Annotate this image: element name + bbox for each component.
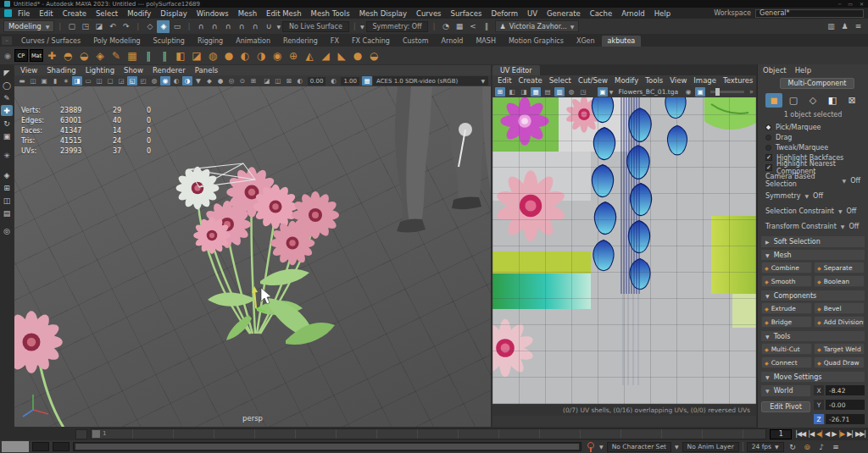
component-mode-icon[interactable]: ◇ [804,93,821,108]
selection-mode-icon[interactable]: ▭ [170,20,183,33]
time-slider-left-box[interactable] [75,429,87,439]
playback-button[interactable]: ◀| [816,430,822,438]
menu-item[interactable]: Edit Mesh [266,9,302,18]
panel-toggle-icon[interactable]: ♟ [838,20,851,33]
range-start-field[interactable] [32,442,49,451]
loop-playback-icon[interactable]: ↻ [787,441,798,452]
playback-button[interactable]: |▶ [838,430,844,438]
soft-selection-header[interactable]: ▶ Soft Selection [761,236,865,247]
texture-dropdown[interactable]: Flowers_BC_01.tga [615,88,682,96]
menu-item[interactable]: UV [527,9,537,18]
edit-pivot-button[interactable]: Edit Pivot [761,401,810,412]
radio-option[interactable]: Pick/Marquee [758,122,868,132]
uv-tool-icon[interactable]: ◍ [566,87,576,97]
uv-menu-item[interactable]: Tools [645,76,663,85]
toolkit-button[interactable]: Bevel [814,302,865,314]
corner-flower-model[interactable] [14,311,64,427]
shelf-tab[interactable]: Custom [397,36,435,47]
menu-item[interactable]: Create [63,9,86,18]
shelf-tool-icon[interactable]: ◪ [190,48,203,63]
axis-value-field[interactable]: -0.00 [826,400,865,410]
viewport-render-icon[interactable]: ◪ [262,76,272,86]
user-account-dropdown[interactable]: ♟ Victoria Zavhor... ▼ [495,20,580,32]
shelf-tool-icon[interactable]: ◓ [61,48,75,63]
viewport-toggle-icon[interactable]: ⊙ [237,76,248,86]
component-mode-icon[interactable]: ◼ [765,93,782,108]
chevron-down-icon[interactable]: ▼ [599,444,604,450]
toolbox-tool-icon[interactable]: ⊞ [1,182,13,193]
viewport-toggle-icon[interactable]: ◰ [138,76,148,86]
history-icon[interactable]: ∥ [481,20,493,33]
viewport-menu-item[interactable]: Lighting [86,66,114,75]
components-section-header[interactable]: ▼ Components [761,290,865,301]
toolbox-tool-icon[interactable]: ✎ [1,92,13,103]
shelf-tool-icon[interactable]: ◣ [335,48,348,63]
uv-tool-icon[interactable]: ◨ [519,87,529,97]
menu-item[interactable]: File [18,9,30,18]
playback-button[interactable]: |◀ [808,430,814,438]
uv-menu-item[interactable]: Modify [615,76,638,85]
toolbox-tool-icon[interactable]: ✳ [1,150,13,161]
menu-item[interactable]: Mesh Display [359,9,407,18]
panel-toggle-icon[interactable]: ≡ [852,20,865,33]
texture-image-icon[interactable]: ▣ [598,87,608,97]
viewport-toggle-icon[interactable]: ⊞ [248,76,259,86]
menu-item[interactable]: Mesh [238,9,257,18]
auto-keyframe-icon[interactable]: ⊚ [802,441,813,452]
viewport-toggle-icon[interactable]: ◑ [182,76,192,86]
panel-toggle-icon[interactable]: ▥ [825,20,837,33]
file-op-icon[interactable]: ↷ [120,20,132,33]
file-op-icon[interactable]: ▢ [65,20,78,33]
axis-value-field[interactable]: -26.71 [826,414,865,424]
menu-item[interactable]: Select [96,9,118,18]
shelf-tool-icon[interactable]: ● [351,48,364,63]
snap-magnet-icon[interactable]: ∩ [208,20,220,33]
window-control-icon[interactable]: ▭ [848,1,853,7]
shelf-tool-icon[interactable]: ● [222,48,236,63]
viewport-toggle-icon[interactable]: ▮ [50,76,60,86]
chevron-down-icon[interactable]: ▼ [276,24,281,30]
current-frame-field[interactable]: 1 [770,429,792,439]
viewport-menu-item[interactable]: Panels [195,66,218,75]
snap-magnet-icon[interactable]: ∩ [235,20,248,33]
toolbox-tool-icon[interactable]: ✚ [1,105,13,116]
anim-layer-dropdown[interactable]: No Anim Layer [682,442,739,452]
shelf-tab[interactable]: akbutea [602,36,642,47]
uv-tool-icon[interactable]: ▦ [531,87,541,97]
shelf-tool-icon[interactable]: ◍ [206,48,220,63]
toolkit-button[interactable]: Connect [761,356,812,368]
viewport-3d-canvas[interactable]: Verts: 23889 29 0 Edges: 63001 40 0 Face… [14,86,491,427]
multi-component-button[interactable]: Multi-Component [780,78,854,89]
symmetry-field[interactable]: Symmetry: Off [366,21,429,32]
toolkit-menu-item[interactable]: Help [795,66,811,75]
radio-option[interactable]: Tweak/Marquee [758,142,868,152]
range-slider-track[interactable] [73,442,581,451]
viewport-toggle-icon[interactable]: ▭ [83,76,93,86]
toolkit-menu-item[interactable]: Object [763,66,787,75]
selection-mode-icon[interactable]: ◇ [143,20,156,33]
viewport-menu-item[interactable]: Renderer [153,66,186,75]
menu-item[interactable]: Modify [127,9,151,18]
current-time-cursor[interactable] [92,430,100,438]
workspace-dropdown[interactable]: General* [755,9,864,18]
viewport-toggle-icon[interactable]: ◨ [72,76,82,86]
menu-item[interactable]: Mesh Tools [311,9,350,18]
shelf-tool-icon[interactable]: ◧ [174,48,187,63]
component-mode-icon[interactable]: ◧ [824,93,841,108]
viewport-render-icon[interactable]: ◫ [273,76,283,86]
viewport-toggle-icon[interactable]: ◎ [226,76,236,86]
time-slider-track[interactable]: 1 [91,428,766,439]
menu-item[interactable]: Generate [547,9,581,18]
move-settings-header[interactable]: ▼ Move Settings [761,372,865,382]
toolbox-tool-icon[interactable]: ◫ [1,195,13,206]
menu-item[interactable]: Windows [197,9,229,18]
color-management-icon[interactable]: ▦ [362,76,372,86]
viewport-toggle-icon[interactable]: ◆ [204,76,214,86]
shelf-tool-icon[interactable]: ✎ [109,48,123,63]
exposure-field[interactable]: 0.00 [308,77,326,86]
horse-legs-model[interactable] [395,86,491,233]
file-op-icon[interactable]: ↶ [106,20,119,33]
gear-icon[interactable]: ◉ [3,52,13,60]
shelf-tool-icon[interactable]: ◑ [254,48,268,63]
uv-menu-item[interactable]: Edit [498,76,511,85]
